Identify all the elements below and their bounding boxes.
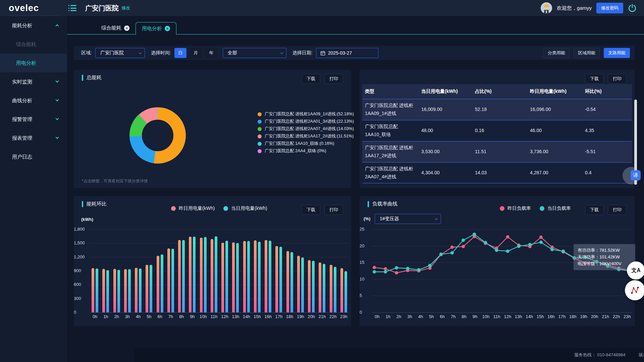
bar bbox=[236, 243, 239, 312]
line-chart[interactable] bbox=[372, 229, 633, 312]
translate-extension-button[interactable]: 文A bbox=[627, 261, 644, 280]
data-point bbox=[428, 264, 432, 267]
print-button[interactable]: 打印 bbox=[608, 205, 627, 215]
total-energy-donut-chart[interactable] bbox=[129, 107, 186, 164]
load-rate-panel: 负载率曲线 昨日负载率当日负载率 下载 打印 (%) 1#变压器 0h1h2h3… bbox=[360, 196, 635, 326]
time-month-button[interactable]: 月 bbox=[190, 48, 202, 58]
translate-badge[interactable]: 译 bbox=[631, 170, 641, 180]
donut-legend-item[interactable]: 广安门医院总配 进线柜2AA07_4#进线:(14.03%) bbox=[258, 126, 354, 132]
donut-note: *点击饼图，可查看对应下级分类详情 bbox=[82, 178, 148, 184]
sidebar-item-realtime-monitoring[interactable]: 实时监测 bbox=[0, 72, 67, 91]
bar bbox=[135, 268, 138, 312]
tab-electricity-analysis[interactable]: 用电分析 × bbox=[136, 22, 176, 35]
logo-divider bbox=[9, 15, 59, 16]
logo-text: ovelec bbox=[9, 3, 39, 13]
bar-group bbox=[338, 229, 349, 312]
table-header-row: 类型当日用电量(kWh)占比(%)昨日用电量(kWh)环比(%) bbox=[362, 84, 632, 99]
logout-power-icon[interactable] bbox=[628, 4, 637, 12]
region-select[interactable]: 广安门医院 bbox=[95, 48, 145, 58]
bar bbox=[96, 268, 98, 312]
time-year-button[interactable]: 年 bbox=[205, 48, 217, 58]
bar-chart[interactable] bbox=[90, 229, 349, 312]
y-tick-label: 1,800 bbox=[74, 227, 88, 232]
bar-group bbox=[209, 229, 219, 312]
bar-group bbox=[198, 229, 209, 312]
bar-group bbox=[155, 229, 165, 312]
bar-group bbox=[100, 229, 111, 312]
calendar-icon bbox=[320, 51, 325, 56]
edit-title-link[interactable]: 修改 bbox=[121, 5, 130, 11]
data-point bbox=[484, 241, 487, 244]
region-energy-button[interactable]: 区域用能 bbox=[574, 48, 600, 58]
bar-legend-item[interactable]: 当日用电量(kWh) bbox=[223, 205, 267, 212]
transformer-select[interactable]: 1#变压器 bbox=[375, 214, 441, 224]
print-button[interactable]: 打印 bbox=[324, 205, 343, 215]
data-point bbox=[384, 267, 387, 270]
close-icon[interactable]: × bbox=[165, 26, 170, 31]
legend-dot-icon bbox=[258, 112, 262, 116]
download-button[interactable]: 下载 bbox=[585, 205, 604, 215]
bar-group bbox=[317, 229, 327, 312]
bar-group bbox=[219, 229, 230, 312]
line-chart-legend: 昨日负载率当日负载率 bbox=[500, 205, 571, 212]
sidebar-item-curve-analysis[interactable]: 曲线分析 bbox=[0, 91, 67, 110]
change-password-button[interactable]: 修改密码 bbox=[596, 3, 623, 13]
download-button[interactable]: 下载 bbox=[302, 74, 320, 84]
region-label: 区域: bbox=[81, 50, 92, 56]
download-button[interactable]: 下载 bbox=[302, 205, 320, 215]
top-bar: ovelec 广安门医院 修改 欢迎您，gamyy 修改密码 bbox=[0, 0, 644, 16]
sidebar-item-user-log[interactable]: 用户日志 bbox=[0, 147, 67, 166]
sidebar-item-comprehensive-energy[interactable]: 综合能耗 bbox=[0, 35, 67, 54]
sidebar-item-electricity-analysis[interactable]: 用电分析 bbox=[0, 54, 67, 72]
bar bbox=[258, 242, 261, 312]
print-button[interactable]: 打印 bbox=[324, 74, 343, 84]
donut-legend-item[interactable]: 广安门医院总配 进线柜1AA17_2#进线:(11.51%) bbox=[258, 133, 354, 139]
menu-toggle-icon[interactable] bbox=[68, 5, 77, 11]
donut-legend-item[interactable]: 广安门医院总配 进线柜2AA01_3#进线:(22.13%) bbox=[258, 119, 354, 124]
network-extension-button[interactable] bbox=[625, 280, 644, 300]
legend-dot-icon bbox=[223, 206, 228, 211]
y-tick-label: 0 bbox=[74, 310, 88, 315]
footer: 服务热线： 010-84748984 版权所有 武汉光谷电气有限公司 bbox=[134, 348, 644, 362]
chevron-down-icon bbox=[56, 98, 59, 102]
sidebar: 能耗分析 综合能耗 用电分析 实时监测 曲线分析 报警管理 报表管理 用户日志 bbox=[0, 16, 67, 362]
bar bbox=[269, 241, 271, 312]
category-select[interactable]: 全部 bbox=[223, 48, 286, 58]
date-label: 选择日期: bbox=[292, 50, 313, 56]
table-row: 广安门医院总配 进线柜2AA07_4#进线4,304.0014.034,287.… bbox=[362, 162, 632, 183]
main-content: 综合能耗 × 用电分析 × 区域: 广安门医院 选择时间: 日 月 年 全部 选… bbox=[67, 16, 644, 362]
time-day-button[interactable]: 日 bbox=[174, 48, 186, 58]
date-picker[interactable]: 2025-03-27 bbox=[316, 48, 378, 58]
data-point bbox=[384, 270, 387, 274]
sidebar-item-energy-analysis[interactable]: 能耗分析 bbox=[0, 16, 67, 35]
bar bbox=[265, 240, 267, 312]
data-point bbox=[539, 236, 543, 239]
category-energy-button[interactable]: 分类用能 bbox=[543, 48, 570, 58]
y-tick-label: 25 bbox=[360, 227, 370, 232]
copyright: 版权所有 武汉光谷电气有限公司 bbox=[639, 352, 644, 358]
donut-legend-item[interactable]: 广安门医院总配 1AA10_联络:(0.16%) bbox=[258, 141, 354, 146]
data-point bbox=[450, 251, 454, 254]
line-legend-item[interactable]: 当日负载率 bbox=[540, 205, 571, 212]
close-icon[interactable]: × bbox=[124, 25, 129, 31]
tab-bar: 综合能耗 × 用电分析 × bbox=[67, 16, 644, 35]
chevron-down-icon bbox=[56, 117, 59, 120]
bar bbox=[330, 265, 332, 312]
bar bbox=[290, 252, 293, 312]
branch-energy-button[interactable]: 支路用能 bbox=[604, 48, 630, 58]
data-point bbox=[395, 266, 398, 269]
print-button[interactable]: 打印 bbox=[608, 74, 627, 84]
translate-bubble[interactable]: 译 bbox=[623, 167, 640, 184]
logo: ovelec bbox=[0, 3, 67, 13]
sidebar-item-alarm-management[interactable]: 报警管理 bbox=[0, 110, 67, 129]
panel-title: 能耗环比 bbox=[82, 201, 107, 207]
download-button[interactable]: 下载 bbox=[585, 74, 604, 84]
bar-group bbox=[328, 229, 338, 312]
bar-legend-item[interactable]: 昨日用电量(kWh) bbox=[171, 205, 215, 212]
line-legend-item[interactable]: 昨日负载率 bbox=[500, 205, 531, 212]
tab-comprehensive-energy[interactable]: 综合能耗 × bbox=[95, 22, 136, 34]
donut-legend-item[interactable]: 广安门医院总配 2AA4_联络:(0%) bbox=[258, 148, 354, 154]
bar-group bbox=[284, 229, 295, 312]
sidebar-item-report-management[interactable]: 报表管理 bbox=[0, 129, 67, 147]
donut-legend-item[interactable]: 广安门医院总配 进线柜1AA09_1#进线:(52.18%) bbox=[258, 111, 354, 117]
